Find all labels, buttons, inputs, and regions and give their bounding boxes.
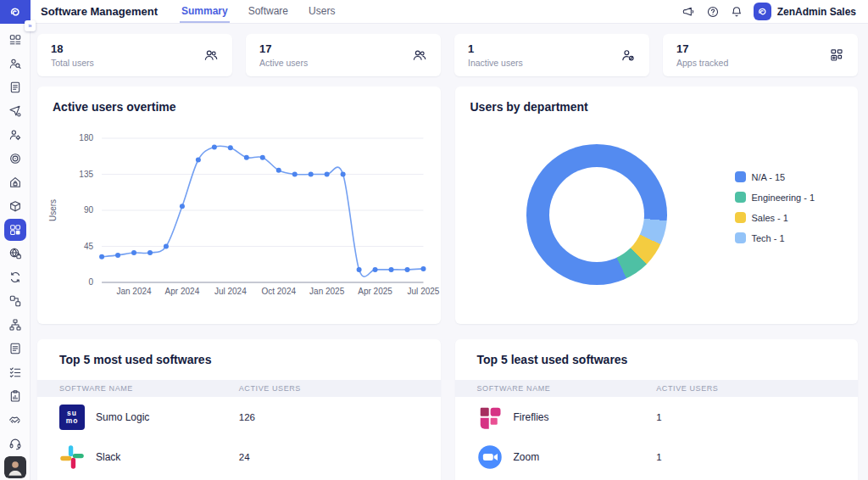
table-row[interactable]: Fireflies1 xyxy=(455,397,859,437)
zenadmin-logo-icon xyxy=(754,3,771,20)
users-icon xyxy=(203,47,219,63)
legend-item-tech[interactable]: Tech - 1 xyxy=(735,232,815,243)
svg-text:45: 45 xyxy=(84,242,94,251)
stat-value: 1 xyxy=(468,42,620,55)
user-inactive-icon xyxy=(620,47,636,63)
top-navigation-bar: Software Management SummarySoftwareUsers… xyxy=(31,0,868,24)
column-header: SOFTWARE NAME xyxy=(455,384,657,393)
sidebar-item-org-chart[interactable] xyxy=(4,314,26,336)
sumologic-logo: sumo xyxy=(59,405,85,430)
legend-label: N/A - 15 xyxy=(752,172,786,182)
sidebar-item-package-sync[interactable] xyxy=(4,195,26,217)
legend-label: Tech - 1 xyxy=(752,233,785,243)
legend-item-engineering[interactable]: Engineering - 1 xyxy=(735,192,815,203)
sidebar-item-target[interactable] xyxy=(4,148,26,170)
svg-text:Jul 2024: Jul 2024 xyxy=(214,287,247,296)
sidebar-item-headset[interactable] xyxy=(4,433,26,455)
column-header: ACTIVE USERS xyxy=(656,384,858,393)
users-by-department-card: Users by department N/A - 15Engineering … xyxy=(455,87,859,324)
tab-software[interactable]: Software xyxy=(247,0,290,23)
bell-icon[interactable] xyxy=(730,5,743,19)
checklist-icon xyxy=(8,366,22,379)
target-icon xyxy=(8,152,22,165)
table-title: Top 5 most used softwares xyxy=(37,339,441,366)
user-gear-icon xyxy=(8,128,22,142)
software-name: Fireflies xyxy=(514,411,549,423)
column-header: ACTIVE USERS xyxy=(239,384,441,393)
sidebar-item-clipboard-chart[interactable] xyxy=(4,385,26,407)
handshake-icon xyxy=(8,413,22,427)
stat-label: Inactive users xyxy=(468,58,620,68)
sidebar-item-document[interactable] xyxy=(4,76,26,98)
svg-text:Oct 2024: Oct 2024 xyxy=(261,287,296,296)
main-content: 18Total users17Active users1Inactive use… xyxy=(31,24,868,480)
legend-swatch xyxy=(735,192,746,203)
integrations-icon xyxy=(8,294,22,308)
software-name: Sumo Logic xyxy=(96,411,149,423)
legend-label: Sales - 1 xyxy=(752,213,788,223)
most-used-softwares-card: Top 5 most used softwares SOFTWARE NAMEA… xyxy=(37,339,441,480)
apps-icon xyxy=(8,223,22,237)
sidebar-item-chat-refresh[interactable] xyxy=(4,266,26,288)
stat-label: Total users xyxy=(51,58,203,68)
tab-bar: SummarySoftwareUsers xyxy=(180,0,337,23)
svg-text:135: 135 xyxy=(79,170,93,179)
legend-swatch xyxy=(735,212,746,223)
tab-summary[interactable]: Summary xyxy=(180,0,230,23)
active-users-count: 126 xyxy=(239,412,441,422)
sidebar-item-send-gear[interactable] xyxy=(4,100,26,122)
megaphone-icon[interactable] xyxy=(682,5,696,19)
sidebar-item-handshake[interactable] xyxy=(4,409,26,431)
sidebar-item-home-lock[interactable] xyxy=(4,171,26,193)
stat-value: 17 xyxy=(259,42,412,55)
department-donut-chart xyxy=(526,144,667,285)
org-chart-icon xyxy=(8,318,22,332)
globe-lock-icon xyxy=(8,247,22,260)
chart-title: Users by department xyxy=(455,87,859,114)
active-users-count: 1 xyxy=(656,452,858,462)
table-row[interactable]: Slack24 xyxy=(37,437,441,477)
home-lock-icon xyxy=(8,176,22,189)
zoom-logo xyxy=(477,444,503,470)
sidebar-item-integrations[interactable] xyxy=(4,290,26,312)
software-name: Zoom xyxy=(514,451,540,463)
chat-refresh-icon xyxy=(8,271,22,284)
chart-title: Active users overtime xyxy=(37,87,441,114)
account-name: ZenAdmin Sales xyxy=(777,6,856,18)
table-row[interactable]: Zoom1 xyxy=(455,437,859,477)
sidebar-item-user-search[interactable] xyxy=(4,53,26,75)
apps-tracked-icon xyxy=(829,47,844,63)
notes-icon xyxy=(8,342,22,355)
legend-swatch xyxy=(735,232,746,243)
tab-users[interactable]: Users xyxy=(307,0,337,23)
account-switcher[interactable]: ZenAdmin Sales xyxy=(754,0,856,23)
svg-text:180: 180 xyxy=(79,134,93,143)
user-avatar[interactable] xyxy=(4,456,26,478)
sidebar-item-globe-lock[interactable] xyxy=(4,243,26,265)
legend-item-sales[interactable]: Sales - 1 xyxy=(735,212,815,223)
table-header-row: SOFTWARE NAMEACTIVE USERS xyxy=(455,380,859,397)
fireflies-logo xyxy=(477,405,503,430)
sidebar-item-apps[interactable] xyxy=(4,219,26,241)
sidebar-item-dashboard[interactable] xyxy=(4,29,26,51)
active-users-count: 1 xyxy=(656,412,858,422)
sidebar-item-user-gear[interactable] xyxy=(4,124,26,146)
svg-text:Jan 2024: Jan 2024 xyxy=(116,287,152,296)
sidebar-expand-button[interactable]: » xyxy=(25,20,36,31)
table-row[interactable]: sumoSumo Logic126 xyxy=(37,397,441,437)
stat-label: Apps tracked xyxy=(676,58,829,68)
sidebar-item-checklist[interactable] xyxy=(4,361,26,383)
svg-text:Jul 2025: Jul 2025 xyxy=(408,287,440,296)
svg-text:0: 0 xyxy=(89,278,94,287)
send-gear-icon xyxy=(8,104,22,118)
software-name: Slack xyxy=(96,451,120,463)
stat-card-inactive-users: 1Inactive users xyxy=(454,34,649,76)
sidebar-item-notes[interactable] xyxy=(4,338,26,360)
help-icon[interactable] xyxy=(706,5,720,19)
donut-hole xyxy=(549,167,644,262)
stat-label: Active users xyxy=(259,58,412,68)
active-users-chart-card: Active users overtime 04590135180Jan 202… xyxy=(37,87,441,324)
slack-logo xyxy=(59,444,85,470)
legend-item-na[interactable]: N/A - 15 xyxy=(735,171,815,182)
stat-card-total-users: 18Total users xyxy=(37,34,232,76)
